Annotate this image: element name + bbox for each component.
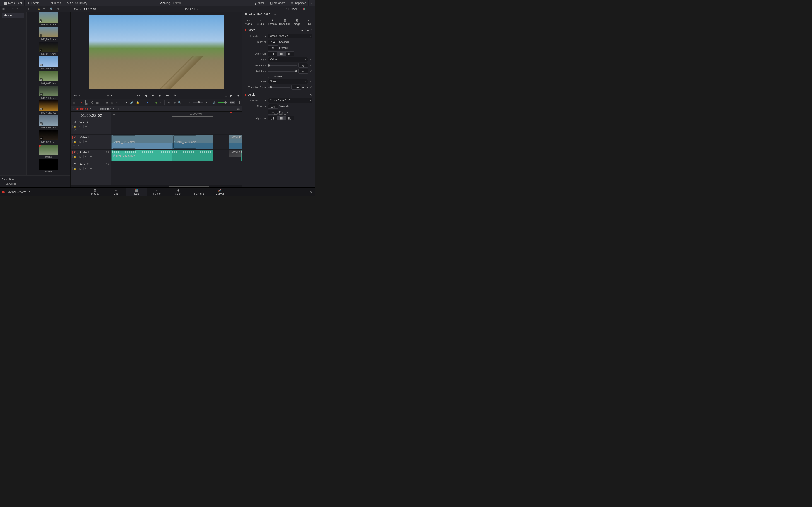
start-ratio-input[interactable]: 0 xyxy=(298,63,308,68)
lane-v1[interactable]: 🔗IMG_0395.mov 🔗IMG_0408.mov 🔗IMG_0408.mo… xyxy=(111,135,242,150)
keyframe-icon[interactable]: ◇ xyxy=(304,86,306,89)
zoom-in-icon[interactable]: + xyxy=(205,100,208,105)
track-header-v1[interactable]: V1Video 1 🔒 ◫ ▭ 3 Clips xyxy=(71,135,111,150)
solo-button[interactable]: S xyxy=(83,155,88,159)
duration-frames-input[interactable]: 41 xyxy=(268,46,278,50)
audio-transition-type-dropdown[interactable]: Cross Fade 0 dB▾ xyxy=(268,98,312,103)
list-detail-icon[interactable]: ☰ xyxy=(32,7,36,11)
panel-layout-icon[interactable]: ▥ xyxy=(1,7,5,11)
section-header-audio[interactable]: Audio ⟲ xyxy=(242,92,315,98)
step-forward-icon[interactable]: ▶| xyxy=(230,94,234,97)
smart-bin-keywords[interactable]: Keywords xyxy=(2,181,69,186)
media-thumb[interactable]: Timeline 2 xyxy=(39,159,58,173)
blade-tool-icon[interactable]: ▥ xyxy=(96,100,99,105)
media-thumb[interactable]: ▣IMG_0997.heic xyxy=(39,71,58,85)
track-header-v2[interactable]: V2Video 2 🔒 ◫ ▭ 1 Clip xyxy=(71,120,111,135)
chevron-down-icon[interactable]: ▾ xyxy=(197,8,198,10)
align-start-button[interactable]: ▯▮ xyxy=(268,116,277,120)
clip-thumbnails[interactable]: ♪IMG_0406.mov♪IMG_0408.mov♪IMG_0764.mov▣… xyxy=(27,12,70,175)
redo-icon[interactable]: ↷ xyxy=(15,7,20,11)
appbar-media-pool[interactable]: Media Pool xyxy=(1,0,25,6)
bypass-color-icon[interactable] xyxy=(302,7,306,11)
close-icon[interactable]: × xyxy=(96,108,97,110)
inspector-tab-transition[interactable]: ▥Transition xyxy=(279,17,291,27)
page-fairlight[interactable]: ♫Fairlight xyxy=(189,188,210,196)
reset-icon[interactable]: ⟲ xyxy=(309,70,312,73)
crop-icon[interactable]: ▭ xyxy=(73,94,77,97)
align-end-button[interactable]: ▮▯ xyxy=(286,116,294,120)
insert-clip-icon[interactable]: ⊞ xyxy=(105,100,108,105)
enable-dot[interactable] xyxy=(245,29,247,31)
auto-select-icon[interactable]: ◫ xyxy=(78,155,83,159)
reset-icon[interactable]: ⟲ xyxy=(309,86,312,89)
next-marker-icon[interactable]: ▸ xyxy=(110,94,114,97)
lock-icon[interactable]: 🔒 xyxy=(136,100,139,105)
mute-button[interactable]: M xyxy=(89,155,93,159)
next-keyframe-icon[interactable]: ▸ xyxy=(307,29,309,32)
align-center-button[interactable]: ▮▮ xyxy=(277,116,286,120)
bin-master[interactable]: Master xyxy=(2,13,24,18)
ease-dropdown[interactable]: None▾ xyxy=(268,79,308,84)
duration-seconds-input[interactable]: 1.4 xyxy=(268,40,278,44)
audio-meters-icon[interactable]: ┃┃ xyxy=(237,100,240,105)
chevron-down-icon[interactable]: ▾ xyxy=(80,8,81,10)
lock-icon[interactable]: 🔒 xyxy=(72,140,77,144)
appbar-effects[interactable]: ✦ Effects xyxy=(25,0,42,6)
curve-slider[interactable] xyxy=(268,87,290,88)
track-header-a1[interactable]: A1Audio 12.0 🔒 ◫ S M xyxy=(71,150,111,162)
volume-knob[interactable] xyxy=(224,101,226,104)
play-icon[interactable]: ▶ xyxy=(158,94,162,97)
snap-icon[interactable]: ⌁ xyxy=(125,100,128,105)
close-icon[interactable]: × xyxy=(73,108,74,110)
transition-type-dropdown[interactable]: Cross Dissolve▾ xyxy=(268,34,312,38)
disable-track-icon[interactable]: ▭ xyxy=(83,125,88,128)
chevron-down-icon[interactable]: ▾ xyxy=(160,101,161,103)
inspector-tab-audio[interactable]: ♪Audio xyxy=(254,17,266,27)
goto-end-icon[interactable]: ⏭ xyxy=(166,94,169,97)
match-frame-icon[interactable]: ⛶ xyxy=(224,94,228,97)
reset-icon[interactable]: ⟲ xyxy=(309,80,312,83)
timeline-view-opts-icon[interactable]: ▤ xyxy=(72,100,75,105)
playhead[interactable] xyxy=(231,112,231,119)
thumb-view-icon[interactable]: ▦ xyxy=(37,7,41,11)
ruler-range-marker[interactable] xyxy=(172,116,213,117)
selection-tool-icon[interactable]: ↖ xyxy=(80,100,83,105)
prev-keyframe-icon[interactable]: ◂ xyxy=(301,29,303,32)
volume-slider[interactable] xyxy=(218,102,227,103)
link-icon[interactable]: 🔗 xyxy=(130,100,134,105)
media-thumb[interactable]: ▣IMG_0994.jpeg xyxy=(39,56,58,70)
timeline-tab-1[interactable]: × Timeline 1 ▾ xyxy=(71,106,93,111)
timeline-viewer-name[interactable]: Timeline 1 xyxy=(183,7,195,11)
timeline-current-tc[interactable]: 01:00:22:02 xyxy=(71,112,111,120)
home-icon[interactable]: ⌂ xyxy=(302,190,306,194)
lane-a1[interactable]: 🔗IMG_0395.mov 🔗IMG_0408.mov Cross Fade xyxy=(111,150,242,162)
viewer-scrub-bar[interactable] xyxy=(80,90,233,92)
undo-icon[interactable]: ↶ xyxy=(10,7,15,11)
prev-marker-icon[interactable]: ◂ xyxy=(102,94,106,97)
page-cut[interactable]: ✂Cut xyxy=(105,188,126,196)
chevron-down-icon[interactable]: ▾ xyxy=(79,95,80,97)
align-end-button[interactable]: ▮▯ xyxy=(286,51,294,56)
project-settings-icon[interactable]: ⚙ xyxy=(309,190,312,194)
appbar-extra-dropdown[interactable]: ▾ xyxy=(309,0,314,6)
zoom-detail-icon[interactable]: 🔍 xyxy=(178,100,182,105)
speaker-icon[interactable]: 🔊 xyxy=(212,100,216,105)
inspector-tab-effects[interactable]: ✦Effects xyxy=(266,17,278,27)
list-view-icon[interactable]: ≡ xyxy=(42,7,46,11)
solo-button[interactable]: S xyxy=(83,167,88,170)
timeline-ruler[interactable]: :00 01:00:20:00 01:00:24:00 xyxy=(111,112,242,120)
media-thumb[interactable]: ▣IMG_1938.jpeg xyxy=(39,86,58,100)
marker-icon[interactable]: ◆ xyxy=(155,100,158,105)
page-deliver[interactable]: 🚀Deliver xyxy=(210,188,231,196)
curve-input[interactable]: 0.098 xyxy=(291,85,301,90)
reset-icon[interactable]: ⟲ xyxy=(310,93,312,96)
align-start-button[interactable]: ▯▮ xyxy=(268,51,277,56)
loop-icon[interactable]: ↻ xyxy=(173,94,176,97)
page-color[interactable]: ◉Color xyxy=(168,188,189,196)
timeline-scrollbar[interactable] xyxy=(71,185,242,187)
lock-icon[interactable]: 🔒 xyxy=(72,155,77,159)
clip-a1-0395[interactable]: 🔗IMG_0395.mov xyxy=(111,150,172,161)
goto-start-icon[interactable]: ⏮ xyxy=(137,94,140,97)
overwrite-clip-icon[interactable]: ⊟ xyxy=(111,100,113,105)
appbar-mixer[interactable]: ┇┇ Mixer xyxy=(250,0,267,6)
